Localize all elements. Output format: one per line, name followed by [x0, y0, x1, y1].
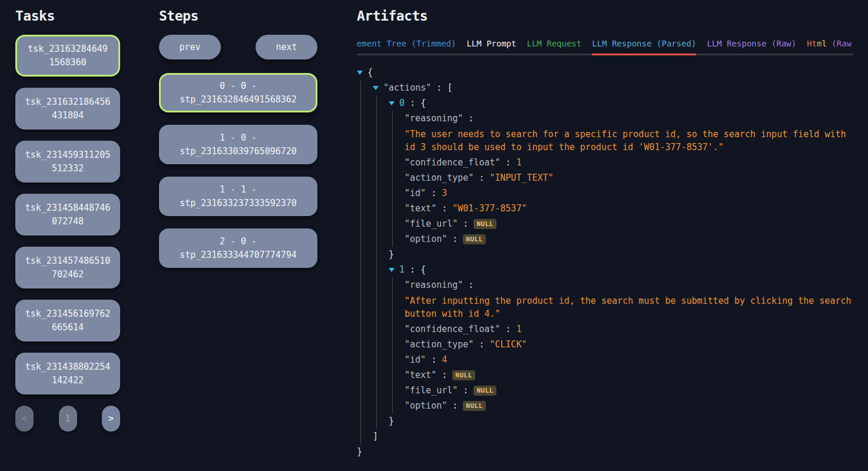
pagination-page-button[interactable]: 1 — [59, 406, 77, 432]
json-token-number: 3 — [442, 188, 447, 198]
indent-guide — [376, 277, 377, 293]
prev-button[interactable]: prev — [159, 35, 221, 59]
json-token-punct: : — [426, 354, 442, 365]
collapse-arrow-icon[interactable] — [389, 268, 399, 272]
json-token-punct: : — [405, 264, 420, 275]
json-line: } — [357, 247, 853, 262]
triangle-down-glyph — [373, 86, 379, 90]
json-token-punct: : — [405, 98, 420, 108]
json-line: "confidence_float" : 1 — [357, 321, 853, 337]
json-line: "actions" : [ — [357, 80, 853, 95]
collapse-arrow-icon[interactable] — [357, 71, 367, 75]
json-token-key: "id" — [405, 188, 426, 198]
json-token-key: "confidence_float" — [405, 324, 501, 334]
indent-guide — [376, 352, 377, 367]
task-button[interactable]: tsk_231458448746072748 — [15, 194, 120, 236]
json-line: "reasoning" : — [357, 277, 853, 293]
step-button[interactable]: 1 - 1 - stp_231633237333592370 — [159, 177, 317, 216]
indent-guide — [360, 201, 361, 216]
tab-html-raw[interactable]: Html (Raw) — [807, 39, 853, 55]
task-button[interactable]: tsk_231457486510702462 — [15, 247, 120, 288]
json-line-content: } — [389, 416, 394, 426]
json-line: "id" : 4 — [357, 352, 853, 367]
artifact-tabs: Element Tree (Trimmed)LLM PromptLLM Requ… — [357, 39, 853, 55]
json-line-content: 0 : { — [399, 98, 426, 108]
json-token-punct: : — [458, 218, 473, 229]
tab-llm-response-raw[interactable]: LLM Response (Raw) — [707, 39, 796, 55]
json-token-punct: : — [426, 188, 442, 198]
collapse-arrow-icon[interactable] — [389, 101, 399, 105]
json-token-punct: : — [447, 400, 463, 411]
json-token-number: 1 — [516, 324, 522, 334]
indent-guide — [360, 111, 361, 126]
json-token-string: "INPUT_TEXT" — [490, 173, 554, 183]
task-list: tsk_231632846491568360tsk_23163218645643… — [15, 35, 120, 394]
null-badge: NULL — [452, 370, 475, 380]
next-button[interactable]: next — [256, 35, 317, 59]
json-token-key: "action_type" — [405, 173, 473, 183]
json-token-key: "reasoning" — [405, 280, 463, 290]
json-line-content: "file_url" : NULL — [405, 218, 496, 229]
indent-guide — [392, 337, 393, 352]
json-token-punct: : — [501, 324, 516, 334]
indent-guide — [376, 231, 377, 247]
collapse-arrow-icon[interactable] — [373, 86, 383, 90]
null-badge: NULL — [473, 386, 496, 396]
task-button[interactable]: tsk_231459311205512332 — [15, 141, 120, 183]
task-button[interactable]: tsk_231456169762665614 — [15, 300, 120, 341]
pagination-prev-button[interactable]: < — [15, 406, 34, 432]
indent-guide — [392, 216, 393, 231]
indent-guide — [360, 185, 361, 201]
json-line: "The user needs to search for a specific… — [357, 126, 853, 155]
indent-guide — [376, 413, 377, 429]
step-button[interactable]: 2 - 0 - stp_231633344707774794 — [159, 228, 317, 268]
json-line: 1 : { — [357, 262, 853, 277]
json-token-punct: : — [436, 203, 452, 214]
indent-guide — [360, 293, 361, 321]
indent-guide — [360, 247, 361, 262]
json-token-punct: : — [463, 280, 473, 290]
tab-llm-prompt[interactable]: LLM Prompt — [466, 39, 516, 55]
indent-guide — [360, 367, 361, 383]
app-root: Tasks tsk_231632846491568360tsk_23163218… — [0, 0, 868, 471]
json-line: } — [357, 444, 853, 459]
step-button[interactable]: 0 - 0 - stp_231632846491568362 — [159, 73, 317, 112]
json-line-content: "reasoning" : — [405, 280, 473, 290]
json-line-content: "file_url" : NULL — [405, 385, 496, 396]
indent-guide — [376, 126, 377, 155]
json-line-content: "reasoning" : — [405, 113, 473, 124]
json-token-punct: : — [458, 385, 473, 396]
pagination-next-button[interactable]: > — [102, 406, 120, 432]
json-line-content: } — [357, 446, 362, 457]
json-token-punct: : — [431, 82, 447, 93]
tasks-title: Tasks — [15, 8, 120, 24]
step-nav: prev next — [159, 35, 317, 59]
task-button[interactable]: tsk_231438802254142422 — [15, 353, 120, 394]
json-line-content: ] — [373, 431, 378, 442]
json-token-string: "After inputting the product id, the sea… — [405, 296, 852, 319]
tab-label-part: (Raw) — [827, 39, 853, 48]
tab-element-tree-trimmed[interactable]: Element Tree (Trimmed) — [357, 39, 456, 55]
json-token-punct: : — [473, 173, 489, 183]
json-token-key: "file_url" — [405, 218, 458, 229]
json-token-key: "text" — [405, 203, 436, 214]
tab-llm-response-parsed[interactable]: LLM Response (Parsed) — [592, 39, 696, 55]
json-line: "option" : NULL — [357, 231, 853, 247]
indent-guide — [376, 95, 377, 111]
indent-guide — [376, 262, 377, 277]
artifacts-panel: Artifacts Element Tree (Trimmed)LLM Prom… — [357, 0, 853, 459]
json-line: "action_type" : "INPUT_TEXT" — [357, 170, 853, 185]
json-line: ] — [357, 429, 853, 444]
json-line-content: } — [389, 249, 394, 260]
task-button[interactable]: tsk_231632186456431804 — [15, 88, 120, 130]
indent-guide — [376, 111, 377, 126]
json-tree-viewer: {"actions" : [0 : {"reasoning" :"The use… — [357, 65, 853, 459]
indent-guide — [392, 155, 393, 170]
step-button[interactable]: 1 - 0 - stp_231633039765096720 — [159, 125, 317, 164]
indent-guide — [376, 216, 377, 231]
tab-llm-request[interactable]: LLM Request — [527, 39, 582, 55]
artifacts-title: Artifacts — [357, 8, 853, 24]
task-button[interactable]: tsk_231632846491568360 — [15, 35, 120, 77]
triangle-down-glyph — [357, 71, 363, 75]
json-line-content: "action_type" : "CLICK" — [405, 339, 527, 350]
